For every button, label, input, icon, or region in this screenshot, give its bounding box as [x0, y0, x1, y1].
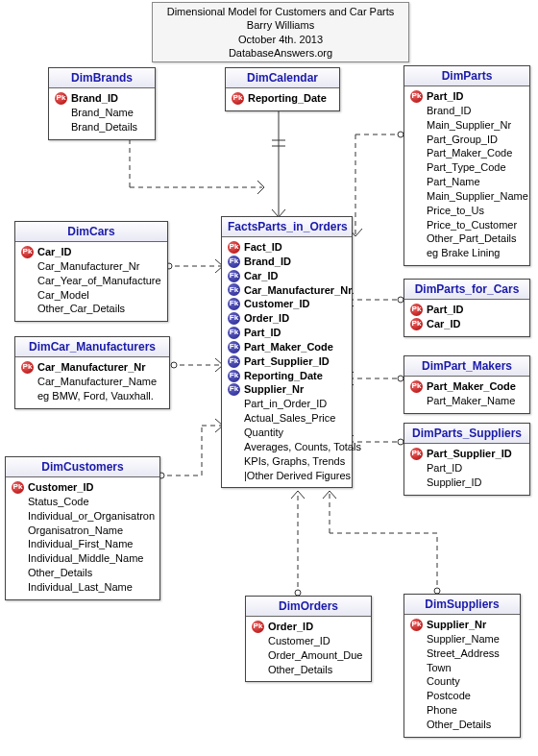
attr: Part_Name [427, 175, 480, 189]
attr: Other_Details [427, 718, 491, 732]
entity-dimcar-manufacturers: DimCar_Manufacturers PkCar_Manufacturer_… [14, 336, 170, 409]
pk-icon: Pk [252, 621, 264, 633]
attr: Car_ID [37, 245, 71, 259]
fk-icon: Fk [228, 298, 240, 310]
attr: Part_ID [427, 303, 464, 317]
attr: Part_Maker_Code [427, 379, 516, 394]
fk-icon: Fk [228, 256, 240, 268]
attr: Reporting_Date [244, 369, 323, 383]
fk-icon: Fk [228, 341, 240, 354]
pk-icon: Pk [55, 92, 67, 105]
entity-header: DimSuppliers [404, 595, 520, 615]
fk-icon: Fk [228, 327, 240, 339]
pk-icon: Pk [410, 304, 423, 316]
attr: Postcode [427, 689, 471, 703]
attr: Part_ID [427, 89, 464, 104]
attr: Organisatron_Name [28, 524, 123, 538]
attr: Individual_First_Name [28, 537, 133, 551]
attr: Brand_Name [71, 106, 134, 120]
attr: Other_Car_Details [37, 302, 125, 316]
attr: Customer_ID [244, 297, 309, 311]
attr: Order_ID [244, 311, 289, 326]
attr: Fact_ID [244, 240, 282, 255]
entity-dimbrands: DimBrands PkBrand_ID Brand_Name Brand_De… [48, 67, 156, 140]
attr: Price_to_Us [427, 204, 484, 218]
entity-dimparts: DimParts PkPart_ID Brand_ID Main_Supplie… [404, 65, 530, 266]
attr: Brand_ID [71, 91, 118, 106]
entity-dimcars: DimCars PkCar_ID Car_Manufacturer_Nr Car… [14, 221, 168, 322]
attr: Part_ID [244, 326, 281, 340]
svg-point-13 [171, 362, 177, 368]
pk-icon: Pk [410, 448, 423, 460]
attr: Customer_ID [268, 634, 330, 648]
title-line1: Dimensional Model for Customers and Car … [160, 5, 401, 18]
attr: Individual_Middle_Name [28, 551, 143, 566]
attr: Car_ID [427, 317, 460, 331]
attr: Part_Maker_Code [427, 146, 512, 160]
attr: Order_ID [268, 620, 313, 634]
diagram-title: Dimensional Model for Customers and Car … [152, 2, 409, 62]
entity-dimcustomers: DimCustomers PkCustomer_ID Status_Code I… [5, 456, 160, 600]
entity-header: DimCar_Manufacturers [15, 337, 169, 357]
pk-icon: Pk [410, 619, 423, 631]
attr: Supplier_ID [427, 476, 481, 490]
fk-icon: Fk [228, 355, 240, 368]
entity-dimparts-for-cars: DimParts_for_Cars PkPart_ID PkCar_ID [404, 279, 530, 337]
attr: eg Brake Lining [427, 246, 500, 260]
entity-header: DimCustomers [6, 457, 159, 477]
attr: Other_Part_Details [427, 232, 517, 246]
attr: Part_Group_ID [427, 133, 498, 147]
attr: Part_Supplier_ID [244, 354, 330, 369]
attr: Actual_Sales_Price [244, 411, 335, 426]
attr: Supplier_Nr [244, 382, 304, 397]
attr: Customer_ID [28, 480, 93, 495]
attr: Part_Maker_Name [427, 394, 515, 408]
attr: Street_Address [427, 646, 500, 661]
pk-icon: Pk [410, 90, 423, 103]
entity-header: DimParts_for_Cars [404, 280, 529, 300]
attr: Part_Maker_Code [244, 340, 333, 354]
attr: Main_Supplier_Nr [427, 118, 511, 133]
attr: Car_ID [244, 269, 278, 283]
pk-icon: Pk [21, 246, 34, 258]
entity-dimcalendar: DimCalendar PkReporting_Date [225, 67, 340, 111]
pk-icon: Pk [232, 92, 244, 105]
fk-icon: Fk [228, 312, 240, 325]
attr: Car_Manufacturer_Nr [244, 283, 352, 298]
attr: Price_to_Customer [427, 218, 517, 232]
entity-dimsuppliers: DimSuppliers PkSupplier_Nr Supplier_Name… [404, 594, 521, 738]
attr: Part_in_Order_ID [244, 397, 327, 411]
fk-icon: Fk [228, 283, 240, 296]
attr: Brand_ID [427, 104, 471, 118]
attr: Order_Amount_Due [268, 648, 362, 663]
entity-header: FactsParts_in_Orders [222, 217, 352, 237]
entity-header: DimPart_Makers [404, 356, 529, 377]
entity-header: DimBrands [49, 68, 155, 88]
pk-icon: Pk [410, 380, 423, 393]
attr: Part_ID [427, 461, 462, 476]
title-line3: October 4th. 2013 [160, 33, 401, 46]
attr: Supplier_Name [427, 632, 500, 646]
attr: Averages, Counts, Totals [244, 440, 361, 454]
pk-icon: Pk [21, 361, 34, 374]
attr: Brand_ID [244, 255, 291, 269]
pk-icon: Pk [12, 481, 24, 494]
attr: Brand_Details [71, 120, 137, 134]
attr: Town [427, 661, 452, 675]
attr: Individual_or_Organisatron [28, 509, 155, 524]
er-diagram-canvas: Dimensional Model for Customers and Car … [0, 0, 538, 756]
entity-factsparts-in-orders: FactsParts_in_Orders PkFact_ID FkBrand_I… [221, 216, 353, 488]
attr: KPIs, Graphs, Trends [244, 454, 345, 469]
attr: County [427, 674, 460, 689]
entity-dimpart-makers: DimPart_Makers PkPart_Maker_Code Part_Ma… [404, 355, 530, 414]
entity-dimparts-suppliers: DimParts_Suppliers PkPart_Supplier_ID Pa… [404, 423, 530, 496]
attr: Car_Manufacturer_Nr [37, 259, 139, 274]
fk-icon: Fk [228, 383, 240, 396]
title-line4: DatabaseAnswers.org [160, 46, 401, 60]
fk-icon: Fk [228, 370, 240, 382]
attr: Part_Supplier_ID [427, 447, 512, 461]
entity-header: DimCars [15, 222, 167, 242]
title-line2: Barry Williams [160, 18, 401, 32]
attr: Reporting_Date [248, 91, 327, 106]
attr: Car_Model [37, 288, 89, 303]
